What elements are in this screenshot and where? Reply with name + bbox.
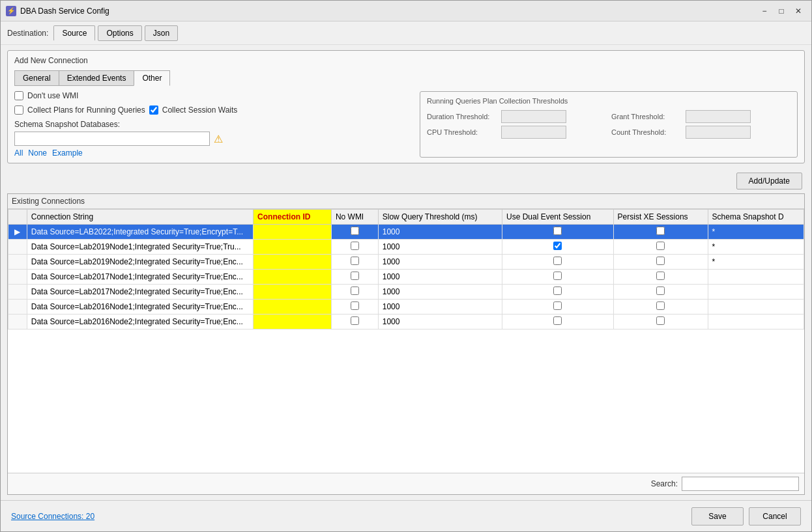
col-conn-id: Connection ID xyxy=(254,210,332,225)
row-no-wmi[interactable] xyxy=(331,285,378,300)
no-wmi-checkbox[interactable] xyxy=(351,242,359,250)
collect-plans-checkbox[interactable] xyxy=(14,105,23,115)
no-wmi-checkbox[interactable] xyxy=(351,316,359,325)
row-arrow xyxy=(8,270,27,285)
search-input[interactable] xyxy=(682,477,799,491)
row-no-wmi[interactable] xyxy=(331,315,378,329)
dual-event-checkbox[interactable] xyxy=(553,287,562,295)
table-row[interactable]: Data Source=Lab2017Node2;Integrated Secu… xyxy=(8,285,804,300)
dual-event-checkbox[interactable] xyxy=(553,242,562,250)
grant-threshold-input[interactable] xyxy=(686,110,751,123)
row-persist-xe[interactable] xyxy=(613,270,708,285)
row-slow-query: 1000 xyxy=(378,225,502,240)
row-conn-string: Data Source=LAB2022;Integrated Security=… xyxy=(27,225,253,240)
row-dual-event[interactable] xyxy=(502,315,613,329)
dont-use-wmi-checkbox[interactable] xyxy=(14,91,23,100)
app-icon: ⚡ xyxy=(6,6,16,16)
row-conn-string: Data Source=Lab2016Node1;Integrated Secu… xyxy=(27,300,253,315)
table-row[interactable]: Data Source=Lab2019Node2;Integrated Secu… xyxy=(8,255,804,270)
dual-event-checkbox[interactable] xyxy=(553,227,562,235)
dual-event-checkbox[interactable] xyxy=(553,316,562,325)
row-persist-xe[interactable] xyxy=(613,255,708,270)
row-persist-xe[interactable] xyxy=(613,285,708,300)
persist-xe-checkbox[interactable] xyxy=(656,227,665,235)
source-count[interactable]: Source Connections: 20 xyxy=(11,512,94,521)
row-dual-event[interactable] xyxy=(502,240,613,255)
tab-source[interactable]: Source xyxy=(53,25,95,41)
schema-link-none[interactable]: None xyxy=(28,148,47,158)
row-persist-xe[interactable] xyxy=(613,300,708,315)
table-row[interactable]: ▶Data Source=LAB2022;Integrated Security… xyxy=(8,225,804,240)
no-wmi-checkbox[interactable] xyxy=(351,257,359,265)
row-dual-event[interactable] xyxy=(502,300,613,315)
schema-snapshot-input[interactable] xyxy=(14,132,210,146)
add-connection-group: Add New Connection General Extended Even… xyxy=(7,50,805,163)
collect-session-waits-checkbox[interactable] xyxy=(149,105,158,115)
persist-xe-checkbox[interactable] xyxy=(656,242,665,250)
no-wmi-checkbox[interactable] xyxy=(351,301,359,310)
save-button[interactable]: Save xyxy=(691,507,744,525)
close-button[interactable]: ✕ xyxy=(790,4,806,18)
search-label: Search: xyxy=(651,479,678,488)
row-arrow xyxy=(8,300,27,315)
persist-xe-checkbox[interactable] xyxy=(656,287,665,295)
row-persist-xe[interactable] xyxy=(613,240,708,255)
thresholds-panel: Running Queries Plan Collection Threshol… xyxy=(420,91,798,158)
table-row[interactable]: Data Source=Lab2019Node1;Integrated Secu… xyxy=(8,240,804,255)
col-conn-string: Connection String xyxy=(27,210,253,225)
tab-general[interactable]: General xyxy=(14,70,59,86)
row-conn-id xyxy=(254,240,332,255)
minimize-button[interactable]: − xyxy=(757,4,772,18)
duration-threshold-input[interactable] xyxy=(501,110,566,123)
table-row[interactable]: Data Source=Lab2017Node1;Integrated Secu… xyxy=(8,270,804,285)
cpu-threshold-input[interactable] xyxy=(501,126,566,139)
maximize-button[interactable]: □ xyxy=(774,4,789,18)
row-conn-string: Data Source=Lab2016Node2;Integrated Secu… xyxy=(27,315,253,329)
no-wmi-checkbox[interactable] xyxy=(351,227,359,235)
threshold-grid: Duration Threshold: Grant Threshold: CPU… xyxy=(427,110,790,139)
col-dual-event: Use Dual Event Session xyxy=(502,210,613,225)
schema-link-example[interactable]: Example xyxy=(52,148,83,158)
duration-threshold-label: Duration Threshold: xyxy=(427,113,499,120)
row-schema-snapshot: * xyxy=(708,225,804,240)
persist-xe-checkbox[interactable] xyxy=(656,316,665,325)
row-persist-xe[interactable] xyxy=(613,225,708,240)
count-threshold-input[interactable] xyxy=(686,126,751,139)
row-no-wmi[interactable] xyxy=(331,255,378,270)
add-update-button[interactable]: Add/Update xyxy=(736,173,802,189)
no-wmi-checkbox[interactable] xyxy=(351,287,359,295)
tab-json[interactable]: Json xyxy=(145,25,178,41)
window-controls: − □ ✕ xyxy=(757,4,806,18)
persist-xe-checkbox[interactable] xyxy=(656,301,665,310)
row-dual-event[interactable] xyxy=(502,225,613,240)
row-no-wmi[interactable] xyxy=(331,240,378,255)
tab-extended-events[interactable]: Extended Events xyxy=(59,70,135,86)
row-schema-snapshot: * xyxy=(708,240,804,255)
dual-event-checkbox[interactable] xyxy=(553,272,562,280)
bottom-bar: Source Connections: 20 Save Cancel xyxy=(1,500,811,531)
no-wmi-checkbox[interactable] xyxy=(351,272,359,280)
row-no-wmi[interactable] xyxy=(331,300,378,315)
table-row[interactable]: Data Source=Lab2016Node2;Integrated Secu… xyxy=(8,315,804,329)
row-no-wmi[interactable] xyxy=(331,225,378,240)
existing-connections-section: Existing Connections Connection String C… xyxy=(7,193,805,495)
main-window: ⚡ DBA Dash Service Config − □ ✕ Destinat… xyxy=(0,0,812,532)
table-row[interactable]: Data Source=Lab2016Node1;Integrated Secu… xyxy=(8,300,804,315)
tab-other[interactable]: Other xyxy=(134,70,170,86)
row-no-wmi[interactable] xyxy=(331,270,378,285)
dual-event-checkbox[interactable] xyxy=(553,257,562,265)
tab-options[interactable]: Options xyxy=(98,25,141,41)
left-panel: Don't use WMI Collect Plans for Running … xyxy=(14,91,409,158)
schema-link-all[interactable]: All xyxy=(14,148,23,158)
row-dual-event[interactable] xyxy=(502,270,613,285)
persist-xe-checkbox[interactable] xyxy=(656,257,665,265)
row-persist-xe[interactable] xyxy=(613,315,708,329)
dual-event-checkbox[interactable] xyxy=(553,301,562,310)
persist-xe-checkbox[interactable] xyxy=(656,272,665,280)
table-body: ▶Data Source=LAB2022;Integrated Security… xyxy=(8,225,804,329)
row-dual-event[interactable] xyxy=(502,285,613,300)
cancel-button[interactable]: Cancel xyxy=(749,507,801,525)
row-arrow xyxy=(8,315,27,329)
row-dual-event[interactable] xyxy=(502,255,613,270)
table-wrapper[interactable]: Connection String Connection ID No WMI S… xyxy=(8,209,804,473)
